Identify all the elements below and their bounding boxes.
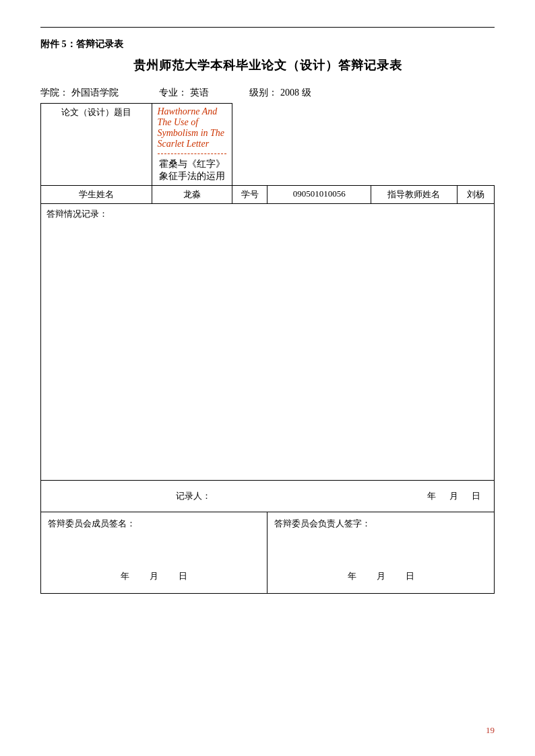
advisor-label: 指导教师姓名: [371, 186, 458, 204]
bottom-right-day: 日: [406, 570, 414, 582]
record-body-row: [41, 224, 495, 480]
school-info: 学院： 外国语学院: [40, 87, 119, 99]
student-id-value: 090501010056: [268, 186, 371, 204]
month-label: 月: [449, 490, 458, 502]
record-footer-row: 记录人： 年 月 日: [41, 480, 495, 512]
main-title: 贵州师范大学本科毕业论文（设计）答辩记录表: [40, 57, 495, 73]
bottom-right-month: 月: [377, 570, 385, 582]
grade-value: 2008 级: [280, 87, 311, 99]
bottom-left-day: 日: [179, 570, 187, 582]
record-section-label: 答辩情况记录：: [41, 204, 495, 225]
day-label: 日: [472, 490, 480, 502]
bottom-left-month: 月: [150, 570, 158, 582]
major-label: 专业：: [159, 87, 187, 99]
committee-members-date: 年 月 日: [48, 530, 260, 588]
school-label: 学院：: [40, 87, 69, 99]
dotted-divider: [158, 153, 227, 154]
bottom-right-year: 年: [348, 570, 356, 582]
committee-head-date: 年 月 日: [274, 530, 487, 588]
student-name-label: 学生姓名: [41, 186, 152, 204]
page-number: 19: [486, 725, 495, 736]
attachment-label: 附件 5：答辩记录表: [40, 38, 495, 50]
title-content-cell: Hawthorne And The Use of Symbolism in Th…: [152, 104, 232, 186]
title-label: 论文（设计）题目: [41, 104, 152, 186]
chinese-title: 霍桑与《红字》象征手法的运用: [158, 158, 227, 182]
grade-label: 级别：: [249, 87, 278, 99]
committee-members-label: 答辩委员会成员签名：: [48, 518, 260, 530]
top-border: [40, 27, 495, 28]
committee-head-cell: 答辩委员会负责人签字： 年 月 日: [268, 512, 495, 593]
main-table: 论文（设计）题目 Hawthorne And The Use of Symbol…: [40, 103, 495, 594]
student-id-label: 学号: [232, 186, 268, 204]
record-body: [41, 224, 495, 480]
school-value: 外国语学院: [71, 87, 119, 99]
page: 附件 5：答辩记录表 贵州师范大学本科毕业论文（设计）答辩记录表 学院： 外国语…: [0, 0, 535, 756]
english-title: Hawthorne And The Use of Symbolism in Th…: [158, 106, 227, 149]
advisor-value: 刘杨: [457, 186, 494, 204]
student-row: 学生姓名 龙淼 学号 090501010056 指导教师姓名 刘杨: [41, 186, 495, 204]
bottom-left-year: 年: [121, 570, 129, 582]
recorder-label: 记录人：: [176, 490, 211, 502]
info-row: 学院： 外国语学院 专业： 英语 级别： 2008 级: [40, 87, 495, 99]
grade-info: 级别： 2008 级: [249, 87, 311, 99]
major-value: 英语: [190, 87, 209, 99]
committee-head-label: 答辩委员会负责人签字：: [274, 518, 487, 530]
bottom-row: 答辩委员会成员签名： 年 月 日 答辩委员会负责人签字： 年 月 日: [41, 512, 495, 593]
record-footer: 记录人： 年 月 日: [41, 480, 495, 512]
committee-members-cell: 答辩委员会成员签名： 年 月 日: [41, 512, 268, 593]
student-name-value: 龙淼: [152, 186, 232, 204]
title-row: 论文（设计）题目 Hawthorne And The Use of Symbol…: [41, 104, 495, 186]
year-label: 年: [427, 490, 436, 502]
major-info: 专业： 英语: [159, 87, 209, 99]
record-label-row: 答辩情况记录：: [41, 204, 495, 225]
date-fields: 年 月 日: [427, 490, 480, 502]
